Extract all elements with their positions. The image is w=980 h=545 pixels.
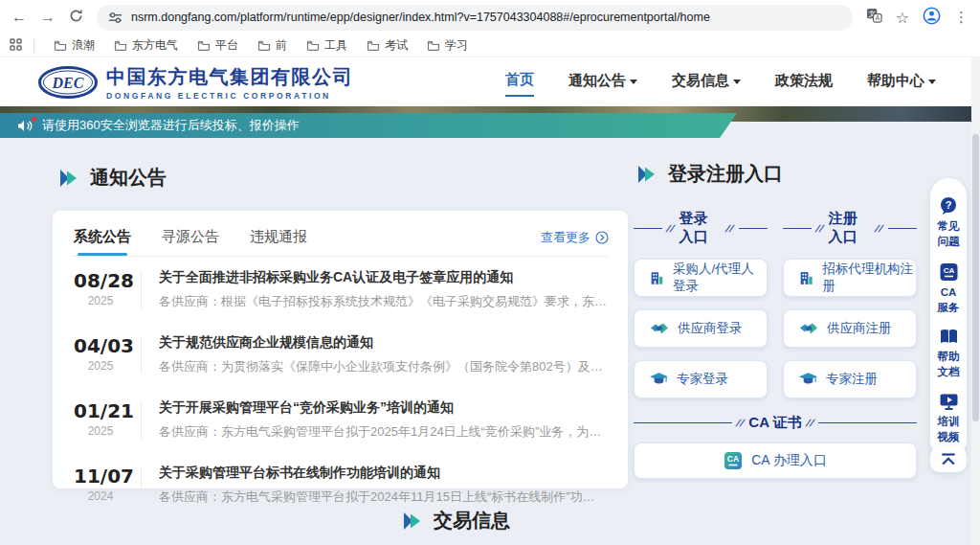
scrollbar-thumb[interactable] xyxy=(972,134,979,421)
bookmark-label: 前 xyxy=(276,37,287,54)
announcements-section-title: 通知公告 xyxy=(59,165,167,191)
announcement-date: 08/28 2025 xyxy=(74,269,127,307)
view-more-link[interactable]: 查看更多 xyxy=(541,229,609,252)
register-entry-header: // 注册入口 // xyxy=(783,210,917,246)
announcement-title[interactable]: 关于全面推进非招标采购业务CA认证及电子签章应用的通知 xyxy=(159,269,607,286)
announcement-row[interactable]: 08/28 2025 关于全面推进非招标采购业务CA认证及电子签章应用的通知 各… xyxy=(72,257,609,322)
button-label: 招标代理机构注册 xyxy=(822,261,916,295)
translate-icon[interactable]: 文A xyxy=(866,8,882,27)
button-label: CA 办理入口 xyxy=(751,452,827,469)
nav-label: 帮助中心 xyxy=(867,72,924,90)
supplier-login-button[interactable]: 供应商登录 xyxy=(634,309,768,348)
decor-line xyxy=(739,228,768,229)
book-icon xyxy=(939,329,959,346)
decor-slashes: // xyxy=(735,418,746,428)
ca-service-tool[interactable]: CA CA服务 xyxy=(936,256,961,322)
decor-slashes: // xyxy=(665,223,676,234)
button-label: 专家注册 xyxy=(826,371,878,388)
notice-text: 请使用360安全浏览器进行后续投标、报价操作 xyxy=(42,117,300,134)
handshake-icon xyxy=(650,322,669,336)
bookmark-folder-pingtai[interactable]: 平台 xyxy=(189,35,246,56)
announcement-desc: 各供应商：东方电气采购管理平台拟于2024年11月15日上线“标书在线制作”功能… xyxy=(159,488,607,506)
site-header: DEC 中国东方电气集团有限公司 DONGFANG ELECTRIC CORPO… xyxy=(0,57,980,106)
bookmark-label: 东方电气 xyxy=(132,37,178,54)
tab-sourcing-notices[interactable]: 寻源公告 xyxy=(160,224,221,256)
divider xyxy=(33,39,34,53)
bookmark-star-icon[interactable]: ☆ xyxy=(896,9,909,27)
bookmark-folder-kaoshi[interactable]: 考试 xyxy=(359,35,415,56)
url-text[interactable]: nsrm.dongfang.com/platform/runtime/epp/d… xyxy=(131,11,710,24)
chevron-down-icon xyxy=(733,79,741,84)
svg-text:CA: CA xyxy=(727,454,739,464)
site-settings-icon[interactable] xyxy=(108,11,122,24)
announcement-desc: 各供应商：根据《电子招标投标系统技术规范》《电子采购交易规范》要求，东方电气采购… xyxy=(159,293,607,310)
svg-text:DEC: DEC xyxy=(52,75,84,91)
tool-label: CA服务 xyxy=(936,285,961,315)
forward-icon[interactable]: → xyxy=(40,10,56,25)
bookmark-folder-langchao[interactable]: 浪潮 xyxy=(46,35,102,56)
announcement-date: 04/03 2025 xyxy=(74,334,127,373)
speaker-icon xyxy=(17,120,33,132)
button-label: 供应商注册 xyxy=(827,320,892,337)
announcement-row[interactable]: 04/03 2025 关于规范供应商企业规模信息的通知 各供应商：为贯彻落实《保… xyxy=(72,322,609,387)
bookmark-label: 浪潮 xyxy=(72,37,95,54)
announcements-tabs: 系统公告 寻源公告 违规通报 查看更多 xyxy=(72,224,609,257)
nav-home[interactable]: 首页 xyxy=(505,71,534,97)
purchaser-agent-login-button[interactable]: 采购人/代理人登录 xyxy=(634,259,768,297)
login-header-text: 登录入口 xyxy=(679,210,723,246)
nav-help-center[interactable]: 帮助中心 xyxy=(867,72,936,96)
ca-header-text: CA 证书 xyxy=(748,414,801,432)
section-arrow-icon xyxy=(403,512,422,530)
arrow-up-to-top-icon xyxy=(939,452,958,466)
bookmark-folder-qian[interactable]: 前 xyxy=(250,35,295,56)
back-to-top-button[interactable] xyxy=(930,446,967,472)
svg-text:A: A xyxy=(875,14,880,21)
back-icon[interactable]: ← xyxy=(11,10,27,25)
announcement-title[interactable]: 关于开展采购管理平台“竞价采购业务”培训的通知 xyxy=(159,399,607,417)
chevron-down-icon xyxy=(928,79,936,84)
bookmark-folder-gongju[interactable]: 工具 xyxy=(299,35,355,56)
bookmark-folder-dongfang[interactable]: 东方电气 xyxy=(106,35,186,56)
nav-policies[interactable]: 政策法规 xyxy=(775,72,833,96)
button-label: 专家登录 xyxy=(677,371,728,388)
expert-login-button[interactable]: 专家登录 xyxy=(634,360,768,398)
supplier-register-button[interactable]: 供应商注册 xyxy=(783,309,917,348)
tab-system-notices[interactable]: 系统公告 xyxy=(72,224,133,256)
chrome-menu-icon[interactable]: ⋮ xyxy=(954,9,969,26)
tool-label: 培训视频 xyxy=(936,415,961,444)
announcement-title[interactable]: 关于规范供应商企业规模信息的通知 xyxy=(159,334,607,352)
folder-icon xyxy=(367,40,380,51)
faq-tool[interactable]: ? 常见问题 xyxy=(936,190,961,256)
decor-line xyxy=(818,422,917,423)
nav-trade-info[interactable]: 交易信息 xyxy=(672,72,741,96)
announcement-row[interactable]: 01/21 2025 关于开展采购管理平台“竞价采购业务”培训的通知 各供应商：… xyxy=(72,387,609,452)
expert-register-button[interactable]: 专家注册 xyxy=(783,360,917,398)
chevron-down-icon xyxy=(630,79,637,84)
building-icon xyxy=(799,270,813,286)
date-monthday: 04/03 xyxy=(74,334,127,357)
page-scrollbar[interactable] xyxy=(971,57,980,545)
help-docs-tool[interactable]: 帮助文档 xyxy=(936,322,961,386)
bookmark-folder-xuexi[interactable]: 学习 xyxy=(419,35,476,56)
announcements-card: 系统公告 寻源公告 违规通报 查看更多 08/28 2025 关于全面推进非招标… xyxy=(53,211,628,488)
decor-line xyxy=(634,422,732,423)
company-logo[interactable]: DEC 中国东方电气集团有限公司 DONGFANG ELECTRIC CORPO… xyxy=(38,64,353,101)
button-label: 供应商登录 xyxy=(678,320,743,337)
login-entry-header: // 登录入口 // xyxy=(634,210,768,246)
tab-violation-reports[interactable]: 违规通报 xyxy=(248,224,309,256)
ca-apply-entry-button[interactable]: CA CA 办理入口 xyxy=(634,443,917,479)
nav-label: 交易信息 xyxy=(672,72,729,90)
bidding-agency-register-button[interactable]: 招标代理机构注册 xyxy=(783,259,917,297)
training-videos-tool[interactable]: 培训视频 xyxy=(936,386,961,451)
nav-label: 首页 xyxy=(505,71,534,89)
nav-announcements[interactable]: 通知公告 xyxy=(568,72,637,96)
address-bar[interactable]: nsrm.dongfang.com/platform/runtime/epp/d… xyxy=(97,5,853,31)
company-name-cn: 中国东方电气集团有限公司 xyxy=(106,64,353,90)
svg-text:CA: CA xyxy=(943,266,954,275)
profile-avatar-icon[interactable] xyxy=(923,7,941,29)
button-label: 采购人/代理人登录 xyxy=(673,261,767,295)
reload-icon[interactable] xyxy=(69,9,83,26)
login-register-panel: 登录注册入口 // 登录入口 // // 注册入口 // 采购人/代理人登录 xyxy=(634,161,917,479)
announcement-title[interactable]: 关于采购管理平台标书在线制作功能培训的通知 xyxy=(159,465,607,482)
apps-grid-icon[interactable] xyxy=(10,38,22,54)
